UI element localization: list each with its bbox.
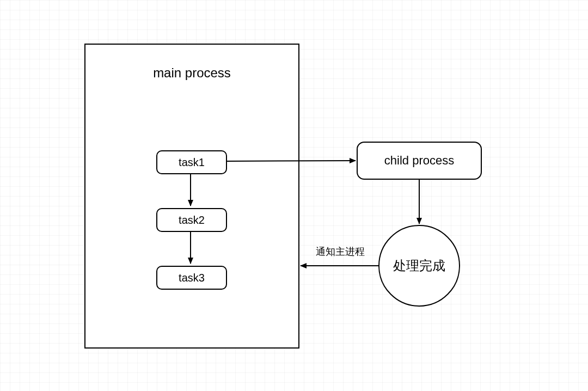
done-node: 处理完成 bbox=[378, 225, 460, 307]
child-process-label: child process bbox=[384, 154, 454, 168]
task2-node: task2 bbox=[156, 208, 227, 232]
task3-label: task3 bbox=[179, 272, 205, 284]
done-label: 处理完成 bbox=[393, 257, 445, 274]
child-process-node: child process bbox=[357, 142, 482, 180]
task1-label: task1 bbox=[179, 156, 205, 169]
task2-label: task2 bbox=[179, 214, 205, 227]
main-process-title: main process bbox=[85, 65, 298, 81]
task3-node: task3 bbox=[156, 266, 227, 290]
main-process-box: main process task1 task2 task3 bbox=[84, 44, 299, 349]
task1-node: task1 bbox=[156, 150, 227, 174]
diagram-canvas: main process task1 task2 task3 child pro… bbox=[0, 0, 588, 391]
edge-notify-label: 通知主进程 bbox=[316, 245, 365, 258]
